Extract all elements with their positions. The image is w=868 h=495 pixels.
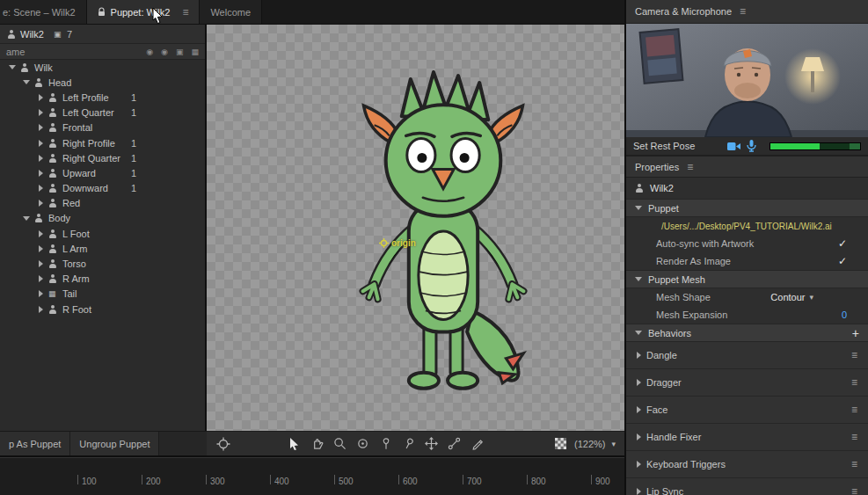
origin-tool-icon[interactable] bbox=[215, 436, 230, 451]
tree-item-left-profile[interactable]: Left Profile 1 bbox=[0, 90, 205, 105]
lock-column-icon[interactable]: ▣ bbox=[176, 47, 184, 56]
behavior-menu-icon[interactable]: ≡ bbox=[851, 376, 857, 389]
zoom-tool-icon[interactable] bbox=[332, 436, 347, 451]
tree-item-torso[interactable]: Torso bbox=[0, 256, 205, 271]
expand-icon[interactable] bbox=[39, 306, 43, 313]
panel-menu-icon[interactable]: ≡ bbox=[687, 161, 693, 173]
selection-tool-icon[interactable] bbox=[287, 436, 302, 451]
behavior-menu-icon[interactable]: ≡ bbox=[851, 485, 857, 495]
pin-tool-icon[interactable] bbox=[378, 436, 393, 451]
ruler-tick bbox=[77, 475, 78, 484]
section-puppet[interactable]: Puppet bbox=[626, 199, 868, 217]
behavior-face[interactable]: Face ≡ bbox=[626, 397, 868, 424]
tab-puppet[interactable]: Puppet: Wilk2 ≡ bbox=[87, 0, 201, 24]
mesh-column-icon[interactable]: ▦ bbox=[191, 47, 199, 56]
mesh-expansion-row: Mesh Expansion 0 bbox=[626, 306, 868, 324]
expand-icon[interactable] bbox=[39, 260, 43, 267]
expand-icon[interactable] bbox=[39, 170, 43, 177]
expand-icon[interactable] bbox=[39, 140, 43, 147]
puppet-canvas[interactable]: origin bbox=[207, 25, 624, 431]
collapse-icon[interactable] bbox=[9, 65, 16, 69]
camera-toggle-icon[interactable] bbox=[727, 141, 740, 152]
behavior-dragger[interactable]: Dragger ≡ bbox=[626, 369, 868, 397]
source-file-path[interactable]: /Users/.../Desktop/PV4_TUTORIAL/Wilk2.ai bbox=[626, 217, 868, 235]
expand-icon[interactable] bbox=[39, 94, 43, 101]
add-behavior-button[interactable]: + bbox=[852, 327, 859, 339]
behavior-dangle[interactable]: Dangle ≡ bbox=[626, 342, 868, 369]
tree-item-left-quarter[interactable]: Left Quarter 1 bbox=[0, 106, 205, 120]
tree-item-right-profile[interactable]: Right Profile 1 bbox=[0, 135, 205, 150]
set-rest-pose-button[interactable]: Set Rest Pose bbox=[633, 141, 695, 151]
expand-icon[interactable] bbox=[39, 109, 43, 116]
expand-icon[interactable] bbox=[637, 461, 641, 468]
tree-item-red[interactable]: Red bbox=[0, 196, 205, 211]
panel-menu-icon[interactable]: ≡ bbox=[740, 5, 746, 18]
tree-item-frontal[interactable]: Frontal bbox=[0, 120, 205, 135]
transform-tool-icon[interactable] bbox=[424, 436, 439, 451]
expand-icon[interactable] bbox=[39, 200, 43, 207]
ruler-tick bbox=[142, 475, 142, 484]
tree-item-l-arm[interactable]: L Arm bbox=[0, 241, 205, 256]
puppet-icon bbox=[48, 139, 57, 148]
tab-welcome[interactable]: Welcome bbox=[200, 0, 262, 24]
collapse-icon[interactable] bbox=[23, 216, 30, 221]
target-icon[interactable]: ◉ bbox=[146, 47, 153, 56]
tree-item-l-foot[interactable]: L Foot bbox=[0, 226, 205, 241]
mesh-shape-dropdown[interactable]: Contour ▾ bbox=[770, 292, 813, 302]
handle-tool-icon[interactable] bbox=[447, 436, 462, 451]
behavior-keyboard-triggers[interactable]: Keyboard Triggers ≡ bbox=[626, 451, 868, 478]
mesh-expansion-value[interactable]: 0 bbox=[842, 309, 847, 320]
zoom-level[interactable]: (122%) bbox=[574, 439, 605, 449]
collapse-icon[interactable] bbox=[23, 80, 30, 84]
tree-item-right-quarter[interactable]: Right Quarter 1 bbox=[0, 150, 205, 165]
camera-mic-header: Camera & Microphone ≡ bbox=[626, 0, 868, 24]
pen-tool-icon[interactable] bbox=[470, 436, 485, 451]
expand-icon[interactable] bbox=[39, 275, 43, 282]
origin-handle[interactable]: origin bbox=[379, 238, 416, 248]
tree-item-tail[interactable]: ▦ Tail bbox=[0, 287, 205, 302]
behavior-menu-icon[interactable]: ≡ bbox=[851, 349, 857, 361]
section-behaviors[interactable]: Behaviors + bbox=[626, 324, 868, 342]
expand-icon[interactable] bbox=[637, 352, 641, 359]
behavior-handle-fixer[interactable]: Handle Fixer ≡ bbox=[626, 424, 868, 451]
tree-item-wilk[interactable]: Wilk bbox=[0, 60, 205, 75]
hand-tool-icon[interactable] bbox=[310, 436, 325, 451]
behavior-menu-icon[interactable]: ≡ bbox=[851, 458, 857, 470]
ungroup-puppet-button[interactable]: Ungroup Puppet bbox=[70, 432, 159, 455]
auto-sync-checkbox[interactable]: ✓ bbox=[838, 237, 847, 250]
expand-icon[interactable] bbox=[637, 406, 641, 413]
behavior-menu-icon[interactable]: ≡ bbox=[851, 404, 857, 416]
right-panel: Camera & Microphone ≡ bbox=[626, 0, 868, 495]
transparency-grid-icon[interactable] bbox=[553, 436, 568, 451]
puppet-character[interactable] bbox=[332, 70, 554, 424]
group-as-puppet-button[interactable]: p As Puppet bbox=[0, 432, 70, 455]
timeline-ruler[interactable]: 100 200 300 400 500 600 700 800 900 bbox=[0, 457, 624, 495]
tab-scene[interactable]: e: Scene – Wilk2 bbox=[0, 0, 87, 24]
pushpin-tool-icon[interactable] bbox=[401, 436, 416, 451]
tree-item-head[interactable]: Head bbox=[0, 75, 205, 90]
tree-item-r-arm[interactable]: R Arm bbox=[0, 272, 205, 287]
expand-icon[interactable] bbox=[637, 433, 641, 440]
microphone-toggle-icon[interactable] bbox=[747, 141, 760, 152]
zoom-dropdown-icon[interactable]: ▾ bbox=[611, 440, 616, 448]
expand-icon[interactable] bbox=[39, 245, 43, 252]
expand-icon[interactable] bbox=[39, 185, 43, 192]
tree-item-downward[interactable]: Downward 1 bbox=[0, 181, 205, 196]
render-as-image-checkbox[interactable]: ✓ bbox=[838, 255, 847, 267]
expand-icon[interactable] bbox=[39, 124, 43, 131]
tree-item-upward[interactable]: Upward 1 bbox=[0, 165, 205, 180]
tree-item-body[interactable]: Body bbox=[0, 211, 205, 226]
expand-icon[interactable] bbox=[39, 290, 43, 297]
tree-item-r-foot[interactable]: R Foot bbox=[0, 302, 205, 317]
section-puppet-mesh[interactable]: Puppet Mesh bbox=[626, 270, 868, 288]
panel-menu-icon[interactable]: ≡ bbox=[182, 6, 188, 18]
record-origin-icon[interactable] bbox=[355, 436, 370, 451]
behavior-menu-icon[interactable]: ≡ bbox=[851, 431, 857, 443]
breadcrumb[interactable]: Wilk2 bbox=[20, 29, 44, 40]
expand-icon[interactable] bbox=[39, 230, 43, 237]
expand-icon[interactable] bbox=[637, 379, 641, 386]
behavior-lip-sync[interactable]: Lip Sync ≡ bbox=[626, 478, 868, 495]
visibility-icon[interactable]: ◉ bbox=[161, 47, 168, 56]
expand-icon[interactable] bbox=[637, 488, 641, 495]
expand-icon[interactable] bbox=[39, 155, 43, 162]
